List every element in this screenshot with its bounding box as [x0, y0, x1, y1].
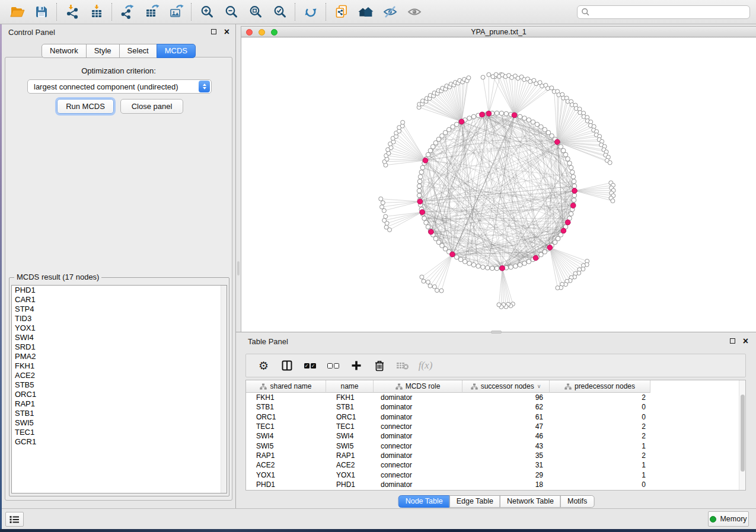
table-cell: 62 — [462, 403, 550, 411]
task-history-button[interactable] — [5, 512, 24, 527]
close-table-panel-icon[interactable]: × — [743, 335, 748, 348]
mcds-result-item[interactable]: FKH1 — [12, 361, 227, 371]
memory-button[interactable]: Memory — [708, 511, 749, 527]
tab-node-table[interactable]: Node Table — [398, 495, 450, 508]
open-session-icon[interactable] — [5, 2, 29, 22]
table-scrollbar[interactable] — [739, 380, 745, 490]
table-panel-grip[interactable] — [491, 331, 502, 334]
network-canvas[interactable] — [241, 38, 756, 332]
column-header-name[interactable]: name — [326, 380, 374, 393]
table-row[interactable]: ACE2ACE2connector311 — [246, 460, 745, 470]
network-window-titlebar[interactable]: YPA_prune.txt_1 — [241, 27, 756, 37]
column-header-successor-nodes[interactable]: successor nodes∨ — [462, 380, 550, 393]
first-neighbors-icon[interactable] — [353, 2, 378, 22]
table-row[interactable]: FKH1FKH1dominator962 — [246, 393, 745, 402]
save-session-icon[interactable] — [29, 2, 53, 22]
table-settings-icon[interactable]: ⚙ — [252, 356, 275, 375]
control-panel-title: Control Panel — [8, 28, 55, 37]
table-cell: 0 — [550, 413, 650, 421]
export-image-icon[interactable] — [164, 2, 188, 22]
table-toolbar: ⚙ ✓✓ f(x) — [245, 354, 746, 377]
mcds-result-item[interactable]: CAR1 — [12, 295, 227, 305]
tab-network-table[interactable]: Network Table — [500, 495, 561, 508]
select-all-icon[interactable]: ✓✓ — [298, 356, 321, 375]
hide-selected-icon[interactable] — [378, 2, 402, 22]
run-mcds-button[interactable]: Run MCDS — [57, 99, 114, 114]
mcds-result-item[interactable]: SWI4 — [12, 333, 227, 342]
table-row[interactable]: TEC1TEC1connector472 — [246, 422, 745, 431]
node-table[interactable]: shared namenameMCDS rolesuccessor nodes∨… — [245, 380, 746, 491]
mcds-result-item[interactable]: STB5 — [12, 380, 227, 390]
mcds-result-item[interactable]: PMA2 — [12, 352, 227, 361]
float-table-panel-icon[interactable] — [730, 338, 735, 344]
column-header-MCDS-role[interactable]: MCDS role — [374, 380, 462, 393]
table-scrollbar-thumb[interactable] — [741, 395, 745, 472]
table-row[interactable]: YOX1YOX1connector291 — [246, 470, 745, 479]
float-panel-icon[interactable] — [211, 29, 216, 34]
table-row[interactable]: PHD1PHD1dominator180 — [246, 480, 745, 489]
column-header-shared-name[interactable]: shared name — [246, 380, 326, 393]
table-row[interactable]: SWI4SWI4dominator462 — [246, 431, 745, 441]
mcds-result-item[interactable]: RAP1 — [12, 399, 227, 409]
zoom-out-icon[interactable] — [219, 2, 243, 22]
export-table-icon[interactable] — [139, 2, 164, 22]
splitter-grip[interactable] — [237, 261, 240, 275]
close-panel-icon[interactable]: × — [224, 25, 229, 39]
mcds-result-item[interactable]: SRD1 — [12, 342, 227, 352]
add-column-icon[interactable] — [344, 356, 368, 375]
tab-motifs[interactable]: Motifs — [560, 495, 594, 508]
mcds-result-item[interactable]: STP4 — [12, 305, 227, 314]
mcds-result-list[interactable]: PHD1CAR1STP4TID3YOX1SWI4SRD1PMA2FKH1ACE2… — [11, 285, 227, 493]
zoom-selected-icon[interactable] — [267, 2, 292, 22]
mcds-result-item[interactable]: ORC1 — [12, 390, 227, 399]
deselect-all-icon[interactable] — [321, 356, 344, 375]
mcds-result-item[interactable]: GCR1 — [12, 437, 227, 447]
table-row[interactable]: ORC1ORC1dominator610 — [246, 412, 745, 422]
function-builder-icon[interactable]: f(x) — [414, 356, 437, 375]
import-table-icon[interactable] — [84, 2, 109, 22]
network-graph[interactable] — [241, 38, 756, 332]
search-box[interactable] — [577, 5, 750, 19]
table-cell: TEC1 — [326, 422, 374, 431]
tab-select[interactable]: Select — [119, 44, 157, 58]
delete-column-icon[interactable] — [368, 356, 391, 375]
mcds-result-item[interactable]: TID3 — [12, 314, 227, 323]
tab-mcds[interactable]: MCDS — [157, 44, 196, 58]
mcds-list-scrollbar[interactable] — [221, 286, 227, 493]
table-cell: SWI5 — [246, 442, 326, 450]
zoom-fit-icon[interactable] — [243, 2, 267, 22]
show-columns-icon[interactable] — [275, 356, 298, 375]
show-all-icon[interactable] — [402, 2, 426, 22]
clone-network-icon[interactable] — [329, 2, 353, 22]
table-cell: 18 — [462, 480, 550, 489]
import-network-icon[interactable] — [60, 2, 84, 22]
network-window: YPA_prune.txt_1 — [241, 26, 756, 332]
toolbar-separator — [56, 3, 57, 21]
mcds-result-item[interactable]: SWI5 — [12, 418, 227, 428]
delete-table-icon[interactable] — [391, 356, 414, 375]
table-cell: 0 — [550, 480, 650, 489]
refresh-icon[interactable] — [298, 2, 323, 22]
table-cell: 61 — [462, 413, 550, 421]
table-cell: FKH1 — [246, 393, 326, 402]
mcds-result-item[interactable]: TEC1 — [12, 428, 227, 437]
tab-edge-table[interactable]: Edge Table — [449, 495, 500, 508]
close-panel-button[interactable]: Close panel — [120, 99, 183, 114]
column-header-predecessor-nodes[interactable]: predecessor nodes — [550, 380, 650, 393]
tab-network[interactable]: Network — [42, 44, 87, 58]
table-cell: 2 — [550, 393, 650, 402]
mcds-result-item[interactable]: ACE2 — [12, 371, 227, 380]
mcds-result-item[interactable]: STB1 — [12, 409, 227, 418]
mcds-result-item[interactable]: PHD1 — [12, 286, 227, 295]
mcds-result-item[interactable]: YOX1 — [12, 323, 227, 333]
export-network-icon[interactable] — [115, 2, 139, 22]
search-input[interactable] — [590, 8, 746, 16]
table-row[interactable]: SWI5SWI5connector431 — [246, 441, 745, 450]
table-row[interactable]: STB1STB1dominator620 — [246, 402, 745, 412]
table-row[interactable]: RAP1RAP1dominator352 — [246, 451, 745, 460]
toolbar-separator — [191, 3, 192, 21]
table-cell: dominator — [374, 432, 462, 440]
optimization-criterion-select[interactable]: largest connected component (undirected) — [27, 79, 212, 94]
zoom-in-icon[interactable] — [194, 2, 219, 22]
tab-style[interactable]: Style — [86, 44, 120, 58]
